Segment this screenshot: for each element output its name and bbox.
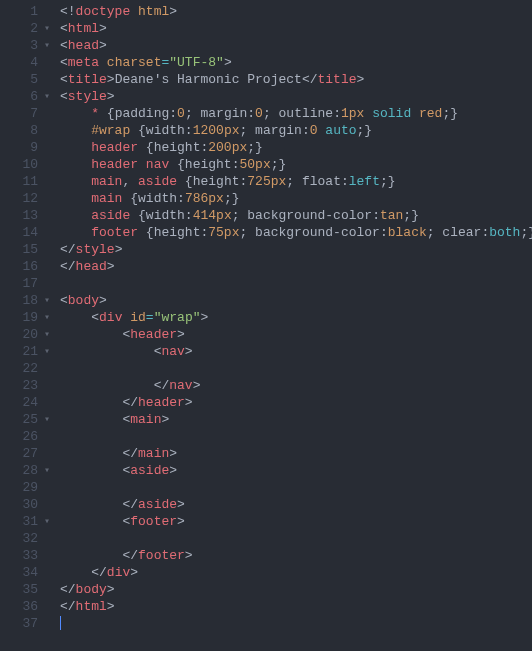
code-line[interactable]: </html>	[60, 598, 532, 615]
code-line[interactable]: footer {height:75px; background-color:bl…	[60, 224, 532, 241]
line-number: 37	[0, 615, 42, 632]
code-line[interactable]: main {width:786px;}	[60, 190, 532, 207]
line-number: 6▾	[0, 88, 42, 105]
code-line[interactable]: <div id="wrap">	[60, 309, 532, 326]
line-number: 29	[0, 479, 42, 496]
line-number: 12	[0, 190, 42, 207]
fold-toggle-icon[interactable]: ▾	[42, 20, 52, 37]
code-line[interactable]: aside {width:414px; background-color:tan…	[60, 207, 532, 224]
fold-toggle-icon[interactable]: ▾	[42, 513, 52, 530]
text-cursor	[60, 616, 61, 630]
line-number: 5	[0, 71, 42, 88]
code-line[interactable]	[60, 479, 532, 496]
line-number: 11	[0, 173, 42, 190]
line-number: 3▾	[0, 37, 42, 54]
code-editor[interactable]: 12▾3▾456▾789101112131415161718▾19▾20▾21▾…	[0, 0, 532, 651]
code-line[interactable]: </body>	[60, 581, 532, 598]
line-number: 15	[0, 241, 42, 258]
line-number: 36	[0, 598, 42, 615]
fold-toggle-icon[interactable]: ▾	[42, 309, 52, 326]
code-line[interactable]: </aside>	[60, 496, 532, 513]
fold-toggle-icon[interactable]: ▾	[42, 411, 52, 428]
line-number: 23	[0, 377, 42, 394]
line-number: 18▾	[0, 292, 42, 309]
code-line[interactable]: <main>	[60, 411, 532, 428]
code-line[interactable]: header nav {height:50px;}	[60, 156, 532, 173]
line-number: 25▾	[0, 411, 42, 428]
code-line[interactable]: </style>	[60, 241, 532, 258]
line-number: 4	[0, 54, 42, 71]
line-number: 30	[0, 496, 42, 513]
line-number: 13	[0, 207, 42, 224]
line-number: 14	[0, 224, 42, 241]
fold-toggle-icon[interactable]: ▾	[42, 37, 52, 54]
code-line[interactable]: <aside>	[60, 462, 532, 479]
line-number: 9	[0, 139, 42, 156]
line-number: 32	[0, 530, 42, 547]
code-line[interactable]	[60, 530, 532, 547]
line-number: 20▾	[0, 326, 42, 343]
code-line[interactable]	[60, 275, 532, 292]
line-number: 2▾	[0, 20, 42, 37]
code-line[interactable]	[60, 615, 532, 632]
code-line[interactable]: <nav>	[60, 343, 532, 360]
code-line[interactable]	[60, 428, 532, 445]
code-line[interactable]: <body>	[60, 292, 532, 309]
code-line[interactable]: * {padding:0; margin:0; outline:1px soli…	[60, 105, 532, 122]
code-line[interactable]: <header>	[60, 326, 532, 343]
code-line[interactable]: <title>Deane's Harmonic Project</title>	[60, 71, 532, 88]
fold-toggle-icon[interactable]: ▾	[42, 343, 52, 360]
code-line[interactable]: <html>	[60, 20, 532, 37]
line-number: 1	[0, 3, 42, 20]
code-line[interactable]: <meta charset="UTF-8">	[60, 54, 532, 71]
line-number: 8	[0, 122, 42, 139]
code-line[interactable]: </footer>	[60, 547, 532, 564]
code-line[interactable]: <footer>	[60, 513, 532, 530]
code-line[interactable]: </header>	[60, 394, 532, 411]
line-number: 28▾	[0, 462, 42, 479]
line-number: 16	[0, 258, 42, 275]
line-number: 17	[0, 275, 42, 292]
line-number: 26	[0, 428, 42, 445]
line-number: 31▾	[0, 513, 42, 530]
fold-toggle-icon[interactable]: ▾	[42, 462, 52, 479]
line-number-gutter: 12▾3▾456▾789101112131415161718▾19▾20▾21▾…	[0, 0, 42, 651]
line-number: 24	[0, 394, 42, 411]
code-line[interactable]: </nav>	[60, 377, 532, 394]
code-area[interactable]: <!doctype html><html><head><meta charset…	[42, 0, 532, 651]
code-line[interactable]: </main>	[60, 445, 532, 462]
code-line[interactable]: main, aside {height:725px; float:left;}	[60, 173, 532, 190]
fold-toggle-icon[interactable]: ▾	[42, 88, 52, 105]
line-number: 7	[0, 105, 42, 122]
code-line[interactable]: <!doctype html>	[60, 3, 532, 20]
line-number: 21▾	[0, 343, 42, 360]
line-number: 27	[0, 445, 42, 462]
code-line[interactable]: #wrap {width:1200px; margin:0 auto;}	[60, 122, 532, 139]
line-number: 10	[0, 156, 42, 173]
fold-toggle-icon[interactable]: ▾	[42, 292, 52, 309]
code-line[interactable]: <head>	[60, 37, 532, 54]
code-line[interactable]: header {height:200px;}	[60, 139, 532, 156]
line-number: 33	[0, 547, 42, 564]
code-line[interactable]: </head>	[60, 258, 532, 275]
line-number: 35	[0, 581, 42, 598]
fold-toggle-icon[interactable]: ▾	[42, 326, 52, 343]
line-number: 34	[0, 564, 42, 581]
line-number: 22	[0, 360, 42, 377]
line-number: 19▾	[0, 309, 42, 326]
code-line[interactable]	[60, 360, 532, 377]
code-line[interactable]: </div>	[60, 564, 532, 581]
code-line[interactable]: <style>	[60, 88, 532, 105]
